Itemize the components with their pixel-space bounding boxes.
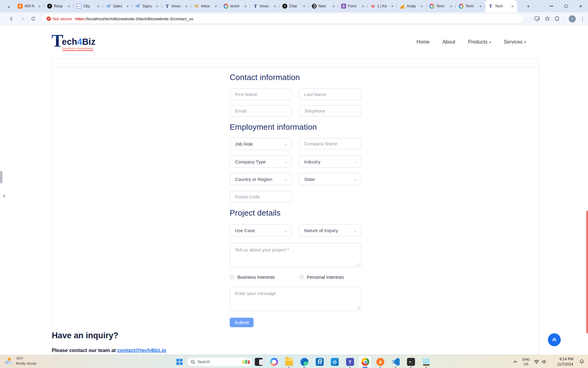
forward-button[interactable]	[18, 14, 27, 23]
security-chip[interactable]: Not secure	[47, 17, 72, 21]
industry-select[interactable]: Industry⌄	[299, 155, 361, 168]
nav-products[interactable]: Products▾	[468, 39, 491, 45]
browser-tab[interactable]: Form×	[338, 0, 368, 12]
company-type-select[interactable]: Company Type⌄	[230, 155, 292, 168]
business-interests-radio[interactable]: Business Interests	[230, 274, 275, 280]
tab-close-icon[interactable]: ×	[213, 4, 218, 9]
tab-close-icon[interactable]: ×	[449, 4, 454, 9]
wifi-button[interactable]	[533, 358, 540, 366]
tab-close-icon[interactable]: ×	[331, 4, 336, 9]
notepad-button[interactable]	[422, 358, 431, 366]
browser-tab-active[interactable]: Tech×	[485, 0, 517, 12]
close-window-button[interactable]: ×	[573, 0, 588, 12]
microsoft-store-button[interactable]	[315, 358, 324, 366]
tab-close-icon[interactable]: ×	[360, 4, 365, 9]
browser-tab[interactable]: Term×	[456, 0, 485, 12]
country-select[interactable]: Country or Region⌄	[230, 173, 292, 185]
maximize-button[interactable]	[559, 0, 573, 12]
extensions-puzzle-icon[interactable]	[554, 16, 560, 21]
bookmark-star-icon[interactable]	[545, 16, 550, 21]
profile-avatar[interactable]: t	[569, 15, 576, 22]
last-name-input[interactable]	[299, 89, 361, 100]
browser-tab[interactable]: 1 | Ke×	[368, 0, 397, 12]
radio-icon[interactable]	[230, 275, 234, 279]
minimize-button[interactable]	[544, 0, 559, 12]
file-explorer-button[interactable]	[285, 358, 293, 366]
personal-interests-radio[interactable]: Personal Interests	[299, 274, 344, 280]
tab-search-chevron-icon[interactable]: ⌄	[5, 2, 13, 10]
tab-close-icon[interactable]: ×	[510, 4, 515, 9]
nature-of-inquiry-select[interactable]: Nature of Inquiry⌄	[299, 224, 361, 236]
radio-icon[interactable]	[299, 275, 304, 279]
start-button[interactable]	[175, 358, 184, 366]
tab-close-icon[interactable]: ×	[302, 4, 307, 9]
tray-chevron-button[interactable]	[511, 358, 519, 366]
state-select[interactable]: State⌄	[299, 173, 361, 185]
site-logo[interactable]: T ech4Biz Excellence Guaranteed!	[51, 32, 113, 51]
browser-tab[interactable]: Chat×	[279, 0, 309, 12]
browser-tab[interactable]: Resp×	[44, 0, 74, 12]
tab-close-icon[interactable]: ×	[125, 4, 130, 9]
company-name-input[interactable]	[299, 138, 361, 149]
refresh-button[interactable]	[29, 14, 38, 23]
browser-tab[interactable]: tech4×	[221, 0, 250, 12]
nav-services[interactable]: Services▾	[504, 39, 526, 45]
volume-button[interactable]	[540, 358, 549, 366]
task-view-button[interactable]	[254, 358, 263, 366]
weather-widget[interactable]: 78°F Mostly cloudy	[4, 356, 36, 366]
taskbar-search[interactable]: Search	[187, 357, 253, 366]
first-name-input[interactable]	[230, 89, 292, 100]
install-icon[interactable]	[534, 16, 540, 21]
telephone-input[interactable]	[299, 105, 361, 117]
use-case-select[interactable]: Use Case⌄	[230, 224, 292, 236]
tab-close-icon[interactable]: ×	[37, 4, 42, 9]
tab-close-icon[interactable]: ×	[96, 4, 101, 9]
browser-tab[interactable]: 404 N×	[15, 0, 44, 12]
tab-close-icon[interactable]: ×	[272, 4, 277, 9]
browser-menu-icon[interactable]: ⋮	[580, 16, 585, 22]
tab-close-icon[interactable]: ×	[478, 4, 483, 9]
chrome-window: ⌄ 404 N× Resp× Cliq× Sales× Signu× Innov…	[0, 0, 588, 368]
clock-widget[interactable]: 6:14 PM 11/7/2024	[551, 357, 573, 367]
address-bar[interactable]: Not secure https://localhost/tech4bizweb…	[42, 14, 523, 23]
submit-button[interactable]: Submit	[230, 318, 254, 327]
browser-tab[interactable]: New×	[309, 0, 338, 12]
vscode-button[interactable]	[391, 358, 400, 366]
project-textarea[interactable]	[230, 243, 361, 267]
outlook-button[interactable]	[330, 358, 339, 366]
tab-close-icon[interactable]: ×	[390, 4, 395, 9]
left-edge-handle[interactable]	[0, 171, 2, 183]
copilot-button[interactable]	[270, 358, 278, 366]
teams-button[interactable]	[346, 358, 354, 366]
chrome-button[interactable]	[361, 358, 370, 366]
browser-tab[interactable]: Inbox×	[191, 0, 221, 12]
browser-tab[interactable]: Analy×	[397, 0, 426, 12]
edge-button[interactable]	[300, 358, 309, 366]
job-role-select[interactable]: Job Role⌄	[230, 138, 292, 150]
terminal-button[interactable]	[407, 358, 415, 366]
tab-close-icon[interactable]: ×	[243, 4, 248, 9]
new-tab-button[interactable]: +	[524, 2, 532, 10]
scroll-to-top-button[interactable]	[548, 333, 561, 346]
tab-close-icon[interactable]: ×	[155, 4, 160, 9]
notifications-button[interactable]	[576, 358, 587, 366]
email-input[interactable]	[230, 105, 292, 117]
nav-about[interactable]: About	[443, 39, 455, 45]
browser-tab[interactable]: Term×	[426, 0, 456, 12]
language-indicator[interactable]: ENGUS	[519, 357, 533, 366]
browser-tab[interactable]: Innov×	[250, 0, 279, 12]
page-scrollbar[interactable]	[586, 211, 588, 333]
tab-close-icon[interactable]: ×	[184, 4, 189, 9]
tab-close-icon[interactable]: ×	[419, 4, 424, 9]
browser-tab[interactable]: Sales×	[103, 0, 132, 12]
browser-tab[interactable]: Cliq×	[74, 0, 103, 12]
nav-home[interactable]: Home	[417, 39, 430, 45]
xampp-button[interactable]	[376, 358, 385, 366]
postal-code-input[interactable]	[230, 191, 292, 202]
browser-tab[interactable]: Signu×	[132, 0, 162, 12]
tab-close-icon[interactable]: ×	[66, 4, 71, 9]
message-textarea[interactable]	[230, 287, 361, 311]
contact-email-link[interactable]: contact@tech4biz.io	[117, 347, 166, 353]
back-button[interactable]	[7, 14, 16, 23]
browser-tab[interactable]: Innov×	[162, 0, 191, 12]
